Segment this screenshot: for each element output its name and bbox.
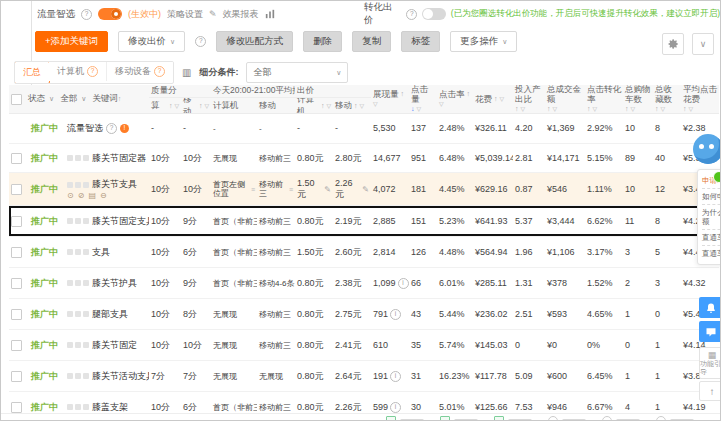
settings-button[interactable] [662,33,684,55]
header-quality-mobile[interactable]: 移动↑▽ [181,98,211,113]
row-checkbox[interactable] [11,371,22,382]
assistant-mascot-icon[interactable] [693,134,721,164]
header-rank-pc[interactable]: 计算机 [211,98,257,113]
modify-match-button[interactable]: 修改匹配方式 [216,31,293,52]
value: 0.87 [515,184,533,194]
cell-rank_mobile: 移动前三 [257,403,295,412]
header-ctr[interactable]: 点击率↑▽ [437,85,473,113]
feedback-button[interactable] [699,321,721,342]
match-type-icons [67,342,89,348]
header-ppc[interactable]: 平均点击花费↑▽ [681,85,719,113]
header-cost[interactable]: 花费↑▽ [473,85,513,113]
header-roi[interactable]: 投入产出比↑▽ [513,85,545,113]
header-status[interactable]: 状态∨ [28,93,54,105]
header-keyword[interactable]: 关键词↑ [92,93,121,105]
help-link[interactable]: 为什么会…过日限额 [702,205,721,230]
status-text: 推广中 [31,152,58,165]
edit-icon[interactable]: ✎ [362,185,369,194]
header-bid-mobile[interactable]: 移动↑▽ [333,98,371,113]
feature-guide-button[interactable]: ▦ 功能引导 [699,347,721,379]
mini-icon [75,182,81,188]
modify-bid-button[interactable]: 修改出价∨ [118,31,185,52]
conversion-bid-toggle[interactable] [422,8,446,20]
cell-status: 推广中 [29,339,65,352]
tag-button[interactable]: 标签 [401,31,440,52]
value: 0.80元 [297,339,324,352]
notifications-button[interactable] [699,297,721,318]
report-icon[interactable]: ▤ [88,192,96,200]
value: 16.23% [439,371,470,381]
cell-bid_pc[interactable]: 1.50元✎ [295,178,333,201]
cell-qs_pc: 10分 [149,308,181,321]
value: 791 [373,309,388,319]
cell-cost: ¥236.02 [473,309,513,319]
cell-cost: ¥125.66 [473,402,513,412]
header-impressions[interactable]: 展现量↑▽ [371,85,409,113]
value: 6.45% [587,371,613,381]
header-bid-pc[interactable]: 计算机↑▽ [295,98,333,113]
status-text: 推广中 [31,246,58,259]
collapse-button[interactable]: ∨ [692,33,714,55]
mini-icon [67,373,73,379]
edit-icon[interactable]: ✎ [324,185,331,194]
cell-qs_pc: 10分 [149,277,181,290]
traffic-toggle[interactable] [98,8,122,20]
header-fav[interactable]: 总收藏数↑▽ [653,85,681,113]
block-icon[interactable]: ⊘ [78,192,85,200]
header-scope[interactable]: 全部∨ [60,93,86,105]
copy-button[interactable]: 复制 [352,31,391,52]
row-checkbox[interactable] [11,309,22,320]
match-type-icons [67,373,89,379]
header-cart[interactable]: 总购物车数↑▽ [623,85,653,113]
header-clicks[interactable]: 点击量↓▽ [409,85,437,113]
match-type-icons [67,404,89,410]
cell-bid_pc: - [295,123,333,133]
keyword-cell: 膝关节固定 [65,339,149,352]
value: 0 [655,309,660,319]
info-icon: i [390,402,401,413]
header-quality-pc[interactable]: 计算机↑▽ [149,98,181,113]
edit-icon[interactable]: ✎ [209,9,217,19]
bar-chart-icon[interactable] [265,9,275,19]
value: ¥117.78 [475,371,507,381]
cell-bid_mobile[interactable]: 2.26元✎ [333,178,371,201]
row-checkbox[interactable] [11,216,22,227]
value: 599 [373,402,388,412]
add-keyword-button[interactable]: +添加关键词 [35,31,108,52]
row-checkbox[interactable] [11,402,22,413]
back-to-top-button[interactable]: ↑ [699,381,721,401]
delete-button[interactable]: 删除 [303,31,342,52]
header-cvr[interactable]: 点击转化率↑▽ [585,85,623,113]
cell-qs_mobile: 6分 [181,401,211,414]
tab-mobile[interactable]: 移动设备? [107,62,173,81]
help-link[interactable]: 直通车…广计划? [702,246,721,261]
cell-cart: 10 [623,123,653,133]
row-checkbox[interactable] [11,153,22,164]
help-link[interactable]: 如何申请图片功能 [702,189,721,205]
keyword-label: 支具 [92,246,110,259]
tab-pc[interactable]: 计算机? [49,62,107,81]
cell-cvr: 4.65% [585,309,623,319]
help-link[interactable]: 直通车…厂 [702,230,721,246]
strategy-settings-link[interactable]: 策略设置 [167,8,203,21]
cell-rank_mobile: 移动4-6条 [257,279,295,288]
segment-select[interactable]: 全部∨ [246,62,348,83]
row-checkbox[interactable] [11,278,22,289]
cell-ctr: 6.01% [437,278,473,288]
more-actions-button[interactable]: 更多操作∨ [450,31,517,52]
cell-cvr: 6.45% [585,371,623,381]
row-checkbox[interactable] [11,184,22,195]
header-rank-mobile[interactable]: 移动 [257,98,295,113]
status-text: 推广中 [31,215,58,228]
keyword-line: 流量智选?! [67,122,129,135]
tab-summary[interactable]: 汇总 [14,61,50,84]
row-checkbox[interactable] [11,247,22,258]
remove-icon[interactable]: ⊖ [100,192,107,200]
value: 移动4-6条 [259,279,295,288]
row-checkbox[interactable] [11,340,22,351]
target-icon[interactable]: ⊙ [67,192,74,200]
header-gmv[interactable]: 总成交金额↑▽ [545,85,585,113]
report-link[interactable]: 效果报表 [223,8,259,21]
select-all-checkbox[interactable] [11,94,22,105]
legend-item [602,416,640,421]
